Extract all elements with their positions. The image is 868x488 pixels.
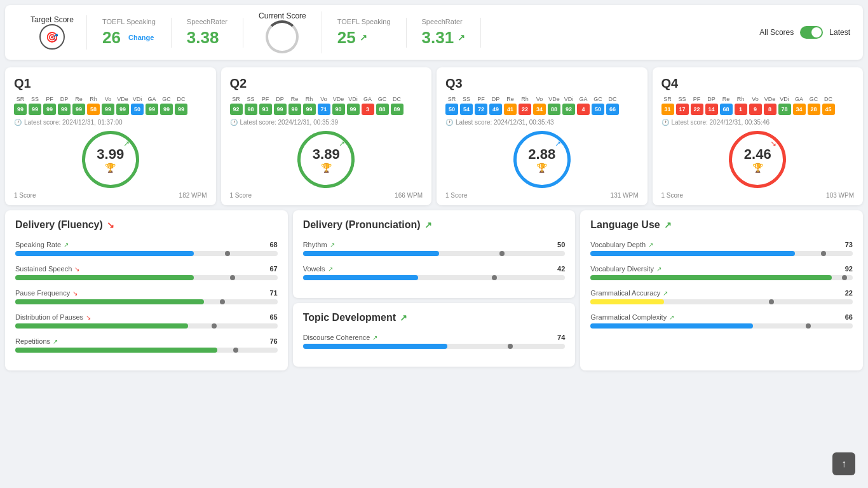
score-badge: 17: [676, 104, 689, 115]
score-badge: 92: [562, 104, 575, 115]
col-label-dc: DC: [606, 96, 619, 102]
q4-col-labels: SRSSPFDPReRhVoVDeVDiGAGCDC: [661, 96, 855, 102]
bar-dot: [233, 348, 238, 353]
metric-header: Pause Frequency ↘ 71: [15, 289, 278, 297]
col-label-dc: DC: [391, 96, 403, 102]
q1-score-label: 1 Score: [14, 192, 36, 199]
q1-timestamp: 🕐 Latest score: 2024/12/31, 01:37:00: [14, 119, 207, 126]
col-label-dc: DC: [175, 96, 187, 102]
bar-fill: [15, 275, 194, 280]
metric-row: Vowels ↗ 42: [303, 265, 566, 280]
col-label-pf: PF: [43, 96, 56, 102]
q2-score-label: 1 Score: [230, 192, 252, 199]
speechrater2-label: SpeechRater: [422, 18, 463, 25]
bar-track: [15, 323, 278, 329]
topic-development-card: Topic Development ↗ Discourse Coherence …: [293, 303, 576, 367]
score-badge: 34: [533, 104, 546, 115]
col-label-gc: GC: [376, 96, 389, 102]
topic-development-title: Topic Development ↗: [303, 312, 566, 323]
score-badge: 99: [160, 104, 173, 115]
col-label-vde: VDe: [116, 96, 129, 102]
col-label-vde: VDe: [332, 96, 345, 102]
metric-row: Grammatical Accuracy ↗ 22: [590, 289, 853, 304]
metric-header: Distribution of Pauses ↘ 65: [15, 313, 278, 321]
bar-dot: [499, 251, 505, 256]
toefl-speaking-value: 26 Change: [102, 28, 154, 48]
q1-wpm: 182 WPM: [179, 192, 207, 199]
q4-footer: 1 Score 103 WPM: [661, 192, 855, 199]
score-badge: 66: [606, 104, 619, 115]
q4-score-num: 2.46: [744, 146, 771, 163]
q3-footer: 1 Score 131 WPM: [445, 192, 639, 199]
toefl-speaking2-label: TOEFL Speaking: [337, 18, 391, 25]
metric-header: Vowels ↗ 42: [303, 265, 566, 273]
col-label-ga: GA: [793, 96, 806, 102]
q1-card: Q1 SRSSPFDPReRhVoVDeVDiGAGCDC 9999999999…: [5, 67, 216, 205]
q1-score-circle: ↗ 3.99 🏆: [82, 131, 139, 188]
score-badge: 99: [102, 104, 114, 115]
all-scores-toggle[interactable]: [800, 26, 823, 39]
target-score-label: Target Score: [31, 15, 74, 24]
metric-trend-icon: ↗: [663, 290, 668, 297]
q4-score-label: 1 Score: [661, 192, 683, 199]
metric-label: Vocabulary Diversity ↗: [590, 265, 661, 273]
metric-row: Pause Frequency ↘ 71: [15, 289, 278, 304]
score-badge: 99: [347, 104, 360, 115]
bar-dot: [212, 323, 217, 329]
col-label-sr: SR: [230, 96, 243, 102]
change-link[interactable]: Change: [128, 34, 154, 41]
score-badge: 50: [131, 104, 144, 115]
score-badge: 99: [116, 104, 129, 115]
col-label-sr: SR: [445, 96, 458, 102]
bar-fill: [590, 299, 664, 304]
delivery-pronunciation-title: Delivery (Pronunciation) ↗: [303, 219, 566, 231]
score-badge: 93: [259, 104, 272, 115]
score-badge: 99: [72, 104, 85, 115]
q2-footer: 1 Score 166 WPM: [230, 192, 423, 199]
q3-score-label: 1 Score: [445, 192, 467, 199]
col-label-dc: DC: [822, 96, 835, 102]
metric-value: 68: [269, 241, 277, 248]
middle-col: Delivery (Pronunciation) ↗ Rhythm ↗ 50 V…: [293, 210, 576, 370]
bar-track: [15, 275, 278, 280]
col-label-ss: SS: [29, 96, 41, 102]
q3-trophy-icon: 🏆: [536, 163, 547, 173]
score-badge: 99: [175, 104, 187, 115]
col-label-rh: Rh: [735, 96, 747, 102]
metric-trend-icon: ↘: [74, 266, 79, 273]
col-label-re: Re: [72, 96, 85, 102]
target-score-section: Target Score 🎯: [18, 15, 87, 50]
score-badge: 58: [87, 104, 100, 115]
q3-score-num: 2.88: [528, 146, 555, 163]
delivery-fluency-trend-icon: ↘: [107, 220, 114, 230]
score-badge: 98: [245, 104, 257, 115]
col-label-vdi: VDi: [131, 96, 144, 102]
col-label-ss: SS: [676, 96, 689, 102]
metric-header: Rhythm ↗ 50: [303, 241, 566, 248]
q1-trophy-icon: 🏆: [105, 163, 116, 173]
toggle-wrap[interactable]: [800, 26, 823, 39]
col-label-vde: VDe: [548, 96, 560, 102]
delivery-pronunciation-card: Delivery (Pronunciation) ↗ Rhythm ↗ 50 V…: [293, 210, 576, 298]
q3-card: Q3 SRSSPFDPReRhVoVDeVDiGAGCDC 5054724941…: [437, 67, 648, 205]
col-label-vo: Vo: [102, 96, 114, 102]
bar-fill: [590, 275, 832, 280]
bar-dot: [821, 251, 826, 256]
q1-title: Q1: [14, 76, 207, 91]
toefl-trend-icon: ↗: [360, 32, 367, 43]
bar-dot: [492, 275, 497, 280]
metric-value: 42: [557, 265, 565, 273]
clock-icon: 🕐: [230, 119, 238, 126]
metric-trend-icon: ↗: [53, 338, 58, 345]
q1-footer: 1 Score 182 WPM: [14, 192, 207, 199]
q4-trophy-icon: 🏆: [752, 163, 763, 173]
metric-header: Grammatical Accuracy ↗ 22: [590, 289, 853, 297]
col-label-vde: VDe: [764, 96, 776, 102]
metric-row: Rhythm ↗ 50: [303, 241, 566, 256]
topic-development-metrics: Discourse Coherence ↗ 74: [303, 334, 566, 349]
score-badge: 99: [43, 104, 56, 115]
bar-track: [303, 251, 566, 256]
language-use-metrics: Vocabulary Depth ↗ 73 Vocabulary Diversi…: [590, 241, 853, 329]
q2-col-labels: SRSSPFDPReRhVoVDeVDiGAGCDC: [230, 96, 423, 102]
col-label-rh: Rh: [87, 96, 100, 102]
